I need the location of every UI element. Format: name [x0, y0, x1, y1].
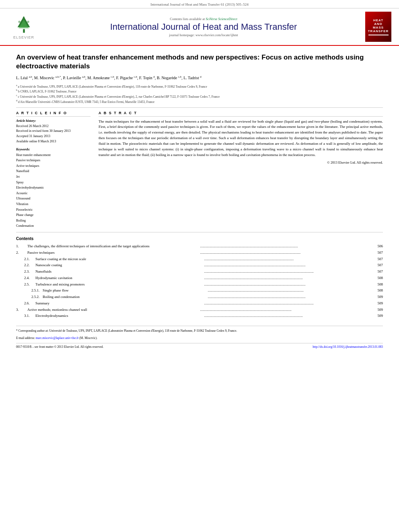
toc-item-2-4: 2.4. Hydrodynamic cavitation ...........…	[16, 275, 383, 281]
article-info-abstract: A R T I C L E I N F O Article history: R…	[16, 111, 383, 229]
email-label: E-mail address:	[16, 336, 35, 340]
sciverse-link[interactable]: SciVerse ScienceDirect	[206, 17, 237, 21]
svg-point-4	[27, 21, 29, 23]
email-note: E-mail address: marc.miscevic@laplace.un…	[16, 336, 383, 341]
toc-item-2-2: 2.2. Nanoscale coating .................…	[16, 262, 383, 269]
keyword-6: Electrohydrodynamic	[16, 185, 90, 191]
keyword-5: Spray	[16, 180, 90, 185]
keyword-10: Piezoelectric	[16, 207, 90, 213]
journal-title: International Journal of Heat and Mass T…	[42, 22, 365, 32]
toc-item-2-5-2: 2.5.2. Boiling and condensation ........…	[16, 294, 383, 300]
affiliations: a a Université de Toulouse, UPS, INPT, L…	[16, 84, 383, 104]
history-received: Received 26 March 2012	[16, 124, 90, 129]
toc-item-3-1: 3.1. Electrohydrodynamics ..............…	[16, 313, 383, 319]
journal-reference: International Journal of Heat and Mass T…	[0, 0, 399, 8]
article-info-heading: A R T I C L E I N F O	[16, 111, 90, 117]
toc-item-1: 1. The challenges, the different techniq…	[16, 243, 383, 250]
journal-header: ELSEVIER Contents lists available at Sci…	[0, 8, 399, 46]
authors-line: L. Léal a,b, M. Miscevic a,b,*, P. Lavie…	[16, 75, 383, 81]
journal-cover-image: HEAT AND MASS TRANSFER	[365, 12, 393, 42]
history-accepted: Accepted 31 January 2013	[16, 134, 90, 139]
abstract-heading: A B S T R A C T	[99, 111, 383, 117]
history-online: Available online 8 March 2013	[16, 139, 90, 144]
keyword-13: Condensation	[16, 223, 90, 229]
keyword-12: Boiling	[16, 218, 90, 224]
footer-bar: 0017-9310/$ – see front matter © 2013 El…	[16, 343, 383, 349]
sciverse-line: Contents lists available at SciVerse Sci…	[42, 17, 365, 21]
homepage-url[interactable]: www.elsevier.com/locate/ijhmt	[195, 33, 238, 37]
keyword-2: Active techniques	[16, 163, 90, 169]
keyword-0: Heat transfer enhancement	[16, 152, 90, 158]
keyword-8: Ultrasound	[16, 196, 90, 201]
keyword-1: Passive techniques	[16, 158, 90, 163]
doi-line[interactable]: http://dx.doi.org/10.1016/j.ijheatmasstr…	[313, 345, 383, 349]
history-revised: Received in revised form 30 January 2013	[16, 129, 90, 134]
divider-2	[16, 232, 383, 232]
history-label: Article history:	[16, 119, 90, 123]
keyword-3: Nanofluid	[16, 168, 90, 174]
toc-item-2-3: 2.3. Nanofluids ........................…	[16, 269, 383, 275]
svg-point-5	[23, 16, 25, 18]
toc-item-2-5: 2.5. Turbulence and mixing promoters ...…	[16, 281, 383, 288]
abstract-column: A B S T R A C T The main techniques for …	[99, 111, 383, 229]
toc-item-2: 2. Passive techniques ..................…	[16, 250, 383, 256]
paper-title: An overview of heat transfer enhancement…	[16, 53, 383, 71]
elsevier-wordmark: ELSEVIER	[13, 35, 34, 39]
journal-homepage: journal homepage: www.elsevier.com/locat…	[42, 33, 365, 37]
toc-item-3: 3. Active methods; motionless channel wa…	[16, 307, 383, 313]
svg-point-3	[18, 21, 20, 23]
keywords-label: Keywords:	[16, 148, 90, 151]
contents-section: Contents 1. The challenges, the differen…	[16, 236, 383, 319]
keyword-4: Jet	[16, 174, 90, 180]
toc-item-2-6: 2.6. Summary ...........................…	[16, 300, 383, 307]
email-address[interactable]: marc.miscevic@laplace.univ-tlse.fr	[36, 336, 79, 340]
divider-1	[16, 107, 383, 108]
keyword-9: Vibration	[16, 201, 90, 207]
contents-heading: Contents	[16, 236, 383, 241]
toc-item-2-1: 2.1. Surface coating at the micron scale…	[16, 256, 383, 263]
cover-thumbnail: HEAT AND MASS TRANSFER	[365, 12, 391, 42]
keyword-11: Phase change	[16, 212, 90, 218]
keyword-7: Acoustic	[16, 191, 90, 196]
elsevier-logo: ELSEVIER	[6, 14, 42, 39]
abstract-copyright: © 2013 Elsevier Ltd. All rights reserved…	[99, 160, 383, 164]
toc-item-2-5-1: 2.5.1. Single phase flow ...............…	[16, 288, 383, 294]
article-info-column: A R T I C L E I N F O Article history: R…	[16, 111, 90, 229]
issn-line: 0017-9310/$ – see front matter © 2013 El…	[16, 345, 103, 349]
svg-rect-0	[23, 29, 25, 33]
corresponding-author-note: * Corresponding author at: Université de…	[16, 329, 383, 333]
footer-notes: * Corresponding author at: Université de…	[16, 326, 383, 341]
abstract-text: The main techniques for the enhancement …	[99, 119, 383, 158]
paper-body: An overview of heat transfer enhancement…	[0, 46, 399, 353]
journal-title-block: Contents lists available at SciVerse Sci…	[42, 17, 365, 37]
